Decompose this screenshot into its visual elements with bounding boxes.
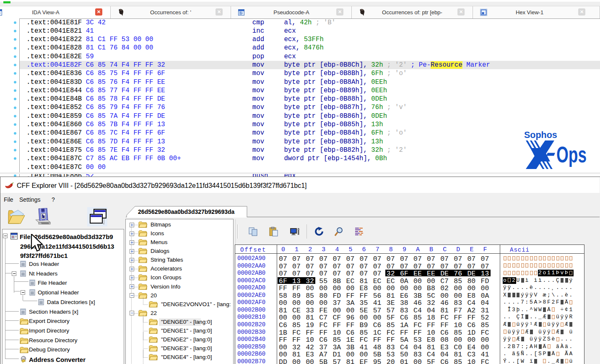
- svg-text:26d5629e80aa0bd3d327b929693da: 26d5629e80aa0bd3d327b929693da: [138, 208, 235, 215]
- svg-text:Ops: Ops: [556, 142, 587, 167]
